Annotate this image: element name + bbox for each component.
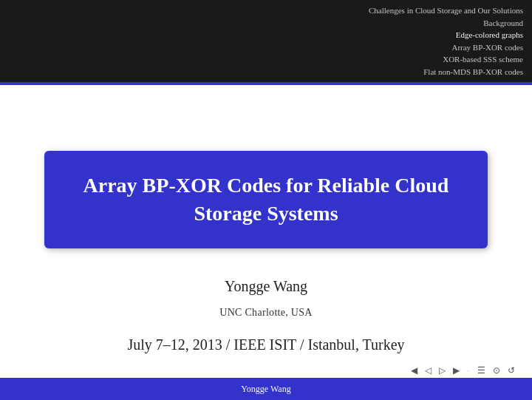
slide-title: Array BP-XOR Codes for Reliable Cloud St…	[74, 172, 458, 228]
footer-text: Yongge Wang	[241, 384, 290, 395]
nav-menu-icon[interactable]: ☰	[475, 364, 488, 378]
nav-next-icon[interactable]: ▷	[437, 364, 448, 378]
nav-item-xor-sss[interactable]: XOR-based SSS scheme	[0, 53, 523, 66]
nav-search-icon[interactable]: ⊙	[491, 364, 502, 378]
main-content: Array BP-XOR Codes for Reliable Cloud St…	[0, 85, 532, 400]
nav-item-flat-mds[interactable]: Flat non-MDS BP-XOR codes	[0, 66, 523, 78]
nav-item-array-bp-xor[interactable]: Array BP-XOR codes	[0, 41, 523, 54]
nav-item-challenges[interactable]: Challenges in Cloud Storage and Our Solu…	[0, 4, 523, 17]
nav-item-edge-graphs[interactable]: Edge-colored graphs	[0, 29, 523, 41]
nav-first-icon[interactable]: ◀	[409, 364, 420, 378]
top-navigation: Challenges in Cloud Storage and Our Solu…	[0, 0, 532, 82]
footer-bar: Yongge Wang	[0, 378, 532, 400]
date-event: July 7–12, 2013 / IEEE ISIT / Istanbul, …	[127, 336, 404, 353]
author-name: Yongge Wang	[225, 278, 307, 295]
institution: UNC Charlotte, USA	[219, 307, 313, 319]
nav-prev-icon[interactable]: ◁	[423, 364, 434, 378]
nav-item-background[interactable]: Background	[0, 17, 523, 30]
title-box: Array BP-XOR Codes for Reliable Cloud St…	[44, 151, 488, 248]
bottom-controls: ◀ ◁ ▷ ▶ · ☰ ⊙ ↺	[409, 364, 518, 378]
nav-last-icon[interactable]: ▶	[451, 364, 462, 378]
nav-refresh-icon[interactable]: ↺	[505, 364, 517, 378]
